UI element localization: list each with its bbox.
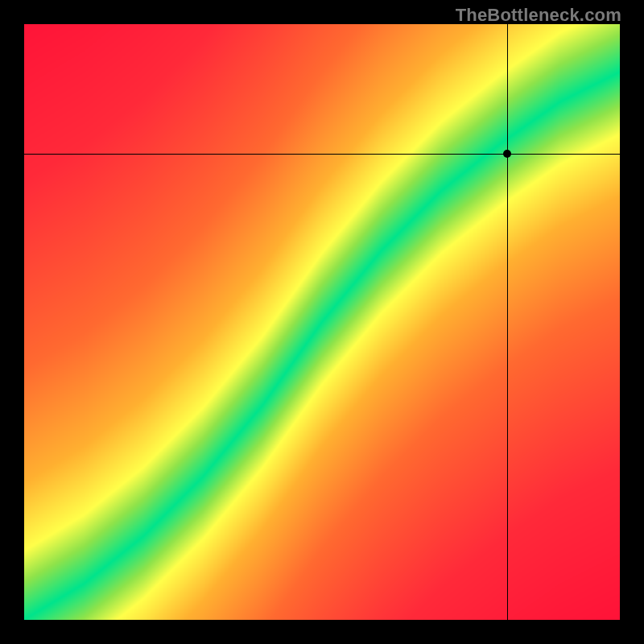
watermark-text: TheBottleneck.com xyxy=(456,5,621,26)
crosshair-horizontal xyxy=(24,154,620,155)
crosshair-vertical xyxy=(507,24,508,620)
bottleneck-heatmap xyxy=(24,24,620,620)
marker-dot xyxy=(503,150,511,158)
